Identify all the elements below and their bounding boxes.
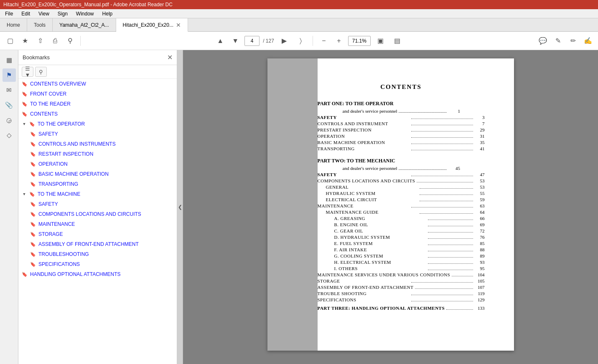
bookmark-troubleshooting[interactable]: 🔖 TROUBLESHOOTING — [18, 249, 177, 259]
tab-yamaha[interactable]: Yamaha_At2_Ct2_A... — [53, 18, 116, 31]
page-down-button[interactable]: ▼ — [229, 35, 241, 47]
bookmark-icon: 🔖 — [29, 192, 35, 197]
expand-icon[interactable]: ▼ — [22, 121, 27, 126]
page-number-input[interactable]: 4 — [244, 36, 260, 46]
tab-home[interactable]: Home — [0, 18, 27, 31]
bookmark-transporting[interactable]: 🔖 TRANSPORTING — [18, 179, 177, 189]
toc-prestart: PRESTART INSPECTION 29 — [318, 127, 485, 132]
draw-button[interactable]: ✏ — [566, 34, 580, 48]
bookmark-contents[interactable]: 🔖 CONTENTS — [18, 109, 177, 119]
sign-button[interactable]: ✍ — [581, 34, 595, 48]
bookmarks-list: 🔖 CONTENTS OVERVIEW 🔖 FRONT COVER 🔖 TO T… — [18, 79, 177, 364]
bookmark-controls-instruments[interactable]: 🔖 CONTROLS AND INSTRUMENTS — [18, 139, 177, 149]
zoom-out-button[interactable]: − — [318, 35, 330, 47]
toolbar-sep-1 — [80, 36, 81, 46]
bookmark-contents-overview[interactable]: 🔖 CONTENTS OVERVIEW — [18, 79, 177, 89]
bookmark-restart-inspection[interactable]: 🔖 RESTART INSPECTION — [18, 149, 177, 159]
bookmark-label: CONTENTS — [30, 111, 58, 117]
bookmark-to-the-machine[interactable]: ▼ 🔖 TO THE MACHINE — [18, 189, 177, 199]
bookmark-assembly-front-end[interactable]: 🔖 ASSEMBLY OF FRONT-END ATTACHMENT — [18, 239, 177, 249]
toc-specifications: SPECIFICATIONS 129 — [318, 297, 485, 302]
bookmarks-menu-button[interactable]: ☰ ▼ — [22, 67, 33, 77]
menu-view[interactable]: View — [35, 10, 53, 18]
hand-tool-button[interactable]: 〉 — [294, 34, 308, 48]
pages-panel-button[interactable]: ▦ — [3, 53, 16, 67]
bookmark-label: TO THE MACHINE — [38, 191, 80, 197]
tab-yamaha-label: Yamaha_At2_Ct2_A... — [59, 22, 109, 28]
bookmark-operation-1[interactable]: 🔖 OPERATION — [18, 159, 177, 169]
new-button[interactable]: ▢ — [3, 34, 17, 48]
home-button[interactable]: ⇧ — [33, 34, 47, 48]
comment-button[interactable]: 💬 — [536, 34, 550, 48]
bookmark-icon: 🔖 — [30, 202, 36, 207]
bookmark-to-the-operator[interactable]: ▼ 🔖 TO THE OPERATOR — [18, 119, 177, 129]
bookmark-label: HANDLING OPTIONAL ATTACHMENTS — [30, 271, 120, 277]
menu-edit[interactable]: Edit — [18, 10, 33, 18]
pdf-grey-bar — [267, 58, 318, 351]
toc-engine-oil: B. ENGINE OIL 69 — [334, 222, 485, 227]
bookmark-label: SPECIFICATIONS — [38, 261, 80, 267]
tab-hitachi[interactable]: Hitachi_Ex200_Ex20... ✕ — [116, 18, 188, 32]
bookmark-icon: 🔖 — [30, 212, 36, 217]
menu-help[interactable]: Help — [99, 10, 116, 18]
attachments-panel-button[interactable]: 📎 — [3, 99, 16, 112]
bookmark-specifications[interactable]: 🔖 SPECIFICATIONS — [18, 259, 177, 269]
bookmark-icon: 🔖 — [30, 131, 36, 137]
toc-subtitle-1: and dealer's service personnel .........… — [318, 109, 485, 114]
toc-subtitle-2: and dealer's service personnel .........… — [318, 166, 485, 171]
bookmark-add-button[interactable]: ★ — [18, 34, 32, 48]
toc-hydraulic-system: D. HYDRAULIC SYSTEM 76 — [334, 235, 485, 240]
bookmark-icon: 🔖 — [30, 252, 36, 257]
bookmark-label: RESTART INSPECTION — [38, 151, 93, 157]
menu-sign[interactable]: Sign — [54, 10, 71, 18]
bookmark-storage[interactable]: 🔖 STORAGE — [18, 229, 177, 239]
bookmark-basic-machine-op[interactable]: 🔖 BASIC MACHINE OPERATION — [18, 169, 177, 179]
bookmark-icon: 🔖 — [30, 232, 36, 237]
bookmark-safety-1[interactable]: 🔖 SAFETY — [18, 129, 177, 139]
cursor-tool-button[interactable]: ▶ — [277, 34, 291, 48]
bookmark-components-locations[interactable]: 🔖 COMPONENTS LOCATIONS AND CIRCUITS — [18, 209, 177, 219]
expand-icon[interactable]: ▼ — [22, 192, 27, 197]
toc-general: GENERAL 53 — [326, 185, 485, 190]
panel-collapse-handle[interactable]: ❮ — [177, 50, 183, 364]
bookmark-icon: 🔖 — [22, 91, 28, 97]
fit-page-button[interactable]: ▣ — [374, 34, 387, 48]
bookmark-safety-2[interactable]: 🔖 SAFETY — [18, 199, 177, 209]
bookmarks-close-button[interactable]: ✕ — [167, 53, 173, 61]
menu-file[interactable]: File — [2, 10, 16, 18]
toc-basic-machine: BASIC MACHINE OPERATION 35 — [318, 140, 485, 145]
annotations-panel-button[interactable]: ✉ — [3, 83, 16, 97]
fit-width-button[interactable]: ▤ — [391, 34, 404, 48]
bookmark-label: COMPONENTS LOCATIONS AND CIRCUITS — [38, 211, 141, 217]
toc-transporting: TRANSPORTING 41 — [318, 146, 485, 151]
bookmarks-title: Bookmarks — [23, 54, 50, 61]
zoom-in-button[interactable]: + — [333, 35, 345, 47]
menu-window[interactable]: Window — [73, 10, 97, 18]
pdf-area: CONTENTS PART ONE: TO THE OPERATOR and d… — [183, 50, 598, 364]
highlight-button[interactable]: ✎ — [551, 34, 565, 48]
main-area: ▦ ⚑ ✉ 📎 ◶ ◇ Bookmarks ✕ ☰ ▼ ⚲ 🔖 CONTENTS… — [0, 50, 598, 364]
toc-comp-locations: COMPONENTS LOCATIONS AND CIRCUITS 53 — [318, 178, 485, 183]
bookmarks-search-button[interactable]: ⚲ — [35, 67, 47, 77]
bookmark-handling-optional[interactable]: 🔖 HANDLING OPTIONAL ATTACHMENTS — [18, 269, 177, 279]
bookmark-icon: 🔖 — [22, 111, 28, 117]
zoom-level-input[interactable]: 71.1% — [348, 36, 371, 46]
search-button[interactable]: ⚲ — [64, 34, 77, 48]
part1-heading: PART ONE: TO THE OPERATOR — [318, 101, 485, 107]
tab-tools-label: Tools — [34, 22, 46, 28]
print-button[interactable]: ⎙ — [48, 34, 62, 48]
tab-close-icon[interactable]: ✕ — [176, 22, 181, 28]
bookmark-icon: 🔖 — [30, 182, 36, 187]
bookmark-front-cover[interactable]: 🔖 FRONT COVER — [18, 89, 177, 99]
bookmark-maintenance[interactable]: 🔖 MAINTENANCE — [18, 219, 177, 229]
tab-tools[interactable]: Tools — [27, 18, 53, 31]
tags-panel-button[interactable]: ◇ — [3, 129, 16, 142]
bookmark-label: MAINTENANCE — [38, 221, 75, 227]
bookmark-label: TROUBLESHOOTING — [38, 251, 89, 257]
toc-fuel-system: E. FUEL SYSTEM 85 — [334, 241, 485, 246]
bookmark-to-the-reader[interactable]: 🔖 TO THE READER — [18, 99, 177, 109]
bookmarks-panel-button[interactable]: ⚑ — [3, 68, 16, 82]
page-up-button[interactable]: ▲ — [214, 35, 226, 47]
layers-panel-button[interactable]: ◶ — [3, 114, 16, 127]
toc-maintenance-services: MAINTENANCE SERVICES UNDER VARIOUS CONDI… — [318, 272, 485, 277]
